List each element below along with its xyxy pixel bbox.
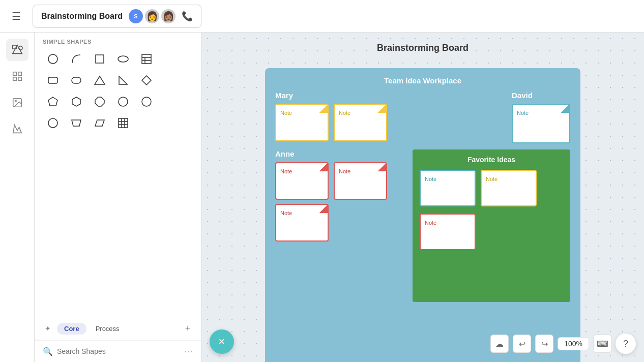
note-card[interactable]: Note bbox=[275, 162, 329, 200]
shapes-section-label: SIMPLE SHAPES bbox=[43, 39, 193, 45]
svg-rect-10 bbox=[96, 55, 104, 63]
shapes-search-bar: 🔍 ⋯ bbox=[35, 340, 201, 362]
svg-marker-22 bbox=[72, 97, 80, 106]
shape-right-triangle[interactable] bbox=[113, 71, 133, 89]
anne-name: Anne bbox=[275, 149, 387, 158]
favorite-notes: Note Note Note bbox=[420, 170, 563, 250]
shapes-row-3 bbox=[43, 93, 193, 111]
svg-rect-3 bbox=[13, 72, 16, 75]
shape-hexagon[interactable] bbox=[66, 93, 86, 111]
shapes-row-4 bbox=[43, 114, 193, 132]
cloud-sync-icon[interactable]: ☁ bbox=[490, 335, 509, 353]
board-title: Team Idea Workplace bbox=[275, 76, 570, 85]
shape-trapezoid[interactable] bbox=[66, 114, 86, 132]
shapes-grid: SIMPLE SHAPES bbox=[35, 33, 201, 317]
svg-marker-20 bbox=[142, 76, 151, 85]
svg-point-9 bbox=[48, 54, 57, 64]
shape-circle[interactable] bbox=[43, 50, 63, 68]
collaborators: S 👩 👩🏽 bbox=[129, 9, 175, 23]
note-card[interactable]: Note bbox=[275, 204, 329, 242]
svg-marker-27 bbox=[72, 120, 81, 126]
svg-point-24 bbox=[119, 97, 128, 106]
david-notes: Note bbox=[512, 104, 570, 143]
shape-square[interactable] bbox=[90, 50, 110, 68]
note-card[interactable]: Note bbox=[420, 214, 476, 250]
mary-notes: Note Note bbox=[275, 104, 387, 141]
shape-table[interactable] bbox=[136, 50, 157, 68]
anne-notes-bottom: Note bbox=[275, 204, 387, 242]
canvas-area[interactable]: Brainstorming Board Team Idea Workplace … bbox=[201, 33, 644, 362]
shape-parallelogram[interactable] bbox=[90, 114, 110, 132]
sidebar-icon-shapes[interactable] bbox=[6, 39, 28, 61]
shape-rounded-rect[interactable] bbox=[43, 71, 63, 89]
svg-rect-16 bbox=[48, 77, 57, 83]
note-card[interactable]: Note bbox=[420, 170, 476, 206]
note-card[interactable]: Note bbox=[334, 104, 387, 141]
shape-triangle[interactable] bbox=[90, 71, 110, 89]
svg-marker-21 bbox=[48, 97, 57, 106]
david-section: David Note bbox=[512, 91, 570, 143]
workspace-board: Team Idea Workplace Mary Note Note bbox=[265, 68, 580, 362]
svg-rect-5 bbox=[13, 77, 16, 80]
shape-grid[interactable] bbox=[113, 114, 133, 132]
undo-button[interactable]: ↩ bbox=[513, 335, 531, 353]
search-shapes-input[interactable] bbox=[57, 347, 180, 355]
redo-button[interactable]: ↪ bbox=[535, 335, 553, 353]
shape-rounded-rect2[interactable] bbox=[66, 71, 86, 89]
sidebar-icon-grid[interactable] bbox=[6, 65, 28, 87]
svg-rect-4 bbox=[18, 72, 21, 75]
tab-process[interactable]: Process bbox=[89, 323, 127, 335]
avatar-1[interactable]: 👩 bbox=[145, 9, 159, 23]
favorite-ideas-section: Favorite Ideas Note Note Note bbox=[413, 149, 570, 302]
svg-point-25 bbox=[142, 97, 151, 106]
favorite-ideas-title: Favorite Ideas bbox=[420, 156, 563, 164]
note-label: Note bbox=[280, 110, 292, 116]
svg-rect-17 bbox=[72, 77, 81, 83]
bottom-toolbar: ☁ ↩ ↪ 100% ⌨ ? bbox=[490, 334, 636, 354]
canvas-title: Brainstorming Board bbox=[377, 43, 469, 53]
shape-circle2[interactable] bbox=[136, 93, 157, 111]
call-button[interactable]: 📞 bbox=[182, 11, 193, 22]
anne-section: Anne Note Note Note bbox=[275, 149, 387, 242]
tab-core[interactable]: Core bbox=[57, 323, 86, 335]
document-title: Brainstorming Board bbox=[41, 12, 123, 21]
note-card[interactable]: Note bbox=[334, 162, 387, 200]
keyboard-icon[interactable]: ⌨ bbox=[593, 335, 611, 353]
shapes-panel: SIMPLE SHAPES bbox=[35, 33, 201, 362]
svg-point-26 bbox=[48, 118, 57, 128]
note-label: Note bbox=[517, 110, 529, 116]
note-label: Note bbox=[486, 176, 497, 182]
sidebar-icon-image[interactable] bbox=[6, 92, 28, 114]
note-label: Note bbox=[425, 220, 436, 226]
shape-12gon[interactable] bbox=[113, 93, 133, 111]
shape-arc[interactable] bbox=[66, 50, 86, 68]
sidebar bbox=[0, 33, 35, 362]
zoom-level: 100% bbox=[558, 337, 589, 350]
note-card[interactable]: Note bbox=[275, 104, 329, 141]
shapes-row-2 bbox=[43, 71, 193, 89]
star-icon[interactable]: ✦ bbox=[41, 321, 55, 336]
search-icon: 🔍 bbox=[43, 347, 53, 356]
note-label: Note bbox=[280, 168, 292, 174]
shape-circle3[interactable] bbox=[43, 114, 63, 132]
anne-notes-top: Note Note bbox=[275, 162, 387, 200]
avatar-s[interactable]: S bbox=[129, 9, 143, 23]
fab-close-button[interactable]: × bbox=[210, 329, 234, 354]
svg-point-8 bbox=[15, 100, 16, 102]
note-card[interactable]: Note bbox=[512, 104, 570, 143]
shape-diamond[interactable] bbox=[136, 71, 157, 89]
more-options-icon[interactable]: ⋯ bbox=[184, 346, 193, 357]
shape-pentagon[interactable] bbox=[43, 93, 63, 111]
svg-marker-18 bbox=[95, 76, 105, 84]
help-button[interactable]: ? bbox=[616, 334, 636, 354]
avatar-2[interactable]: 👩🏽 bbox=[161, 9, 175, 23]
note-card[interactable]: Note bbox=[481, 170, 537, 206]
shape-ellipse[interactable] bbox=[113, 50, 133, 68]
menu-button[interactable]: ☰ bbox=[8, 8, 24, 24]
svg-rect-12 bbox=[142, 54, 151, 64]
shape-octagon[interactable] bbox=[90, 93, 110, 111]
note-label: Note bbox=[339, 168, 350, 174]
sidebar-icon-draw[interactable] bbox=[6, 118, 28, 140]
add-tab-button[interactable]: + bbox=[181, 321, 195, 336]
topbar: ☰ Brainstorming Board S 👩 👩🏽 📞 bbox=[0, 0, 644, 33]
